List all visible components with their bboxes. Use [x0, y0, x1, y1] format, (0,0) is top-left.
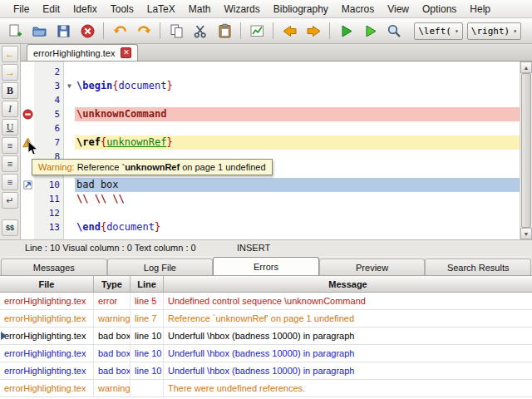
table-row[interactable]: errorHighlighting.texbad boxline 10Under…	[0, 345, 532, 362]
table-row[interactable]: errorHighlighting.texbad boxline 10Under…	[0, 362, 532, 380]
menu-item-file[interactable]: File	[7, 2, 36, 17]
line-mark-slot	[21, 206, 34, 220]
newline-button[interactable]: ↵	[2, 192, 18, 209]
new-file-button[interactable]	[4, 20, 26, 42]
back-arrow-button[interactable]	[278, 20, 300, 42]
math-dollars-button[interactable]: $$	[2, 219, 18, 236]
menu-item-help[interactable]: Help	[463, 2, 497, 17]
right-delimiter-dropdown[interactable]: \right)▾	[467, 22, 521, 40]
structure-prev-button[interactable]: ←	[2, 46, 18, 62]
redo-button[interactable]	[133, 20, 155, 42]
dropdown-label: \left(	[418, 26, 451, 37]
tab-close-icon[interactable]: ✕	[121, 47, 131, 58]
cursor-position-status: Line : 10 Visual column : 0 Text column …	[25, 240, 196, 256]
panel-tab-log-file[interactable]: Log File	[107, 259, 214, 275]
column-header-type[interactable]: Type	[94, 276, 131, 292]
code-text: \\ \\ \\	[75, 192, 520, 206]
cut-icon	[193, 23, 209, 39]
document-tab[interactable]: errorHighlighting.tex ✕	[27, 44, 138, 61]
cell-type: warning	[94, 310, 131, 327]
cell-message: Underfull \hbox (badness 10000) in parag…	[164, 345, 532, 362]
menu-item-bibliography[interactable]: Bibliography	[267, 2, 335, 17]
menu-item-idefix[interactable]: Idefix	[66, 2, 104, 17]
menu-item-math[interactable]: Math	[182, 2, 218, 17]
menu-item-edit[interactable]: Edit	[36, 2, 66, 17]
scrollbar-up-icon[interactable]: ▲	[520, 62, 532, 73]
cut-button[interactable]	[190, 20, 211, 42]
save-button[interactable]	[52, 20, 74, 42]
table-row[interactable]: errorHighlighting.texwarningline 7Refere…	[0, 310, 532, 328]
view-button[interactable]	[383, 20, 405, 42]
panel-tab-messages[interactable]: Messages	[1, 259, 107, 275]
panel-tab-errors[interactable]: Errors	[213, 257, 319, 275]
list-icon-3: ≡	[7, 177, 12, 187]
structure-next-button[interactable]: →	[2, 64, 18, 81]
panel-tab-preview[interactable]: Preview	[319, 259, 426, 275]
list-button-1[interactable]: ≡	[2, 137, 18, 154]
latex-run-button[interactable]	[359, 20, 381, 42]
table-row[interactable]: errorHighlighting.texwarningThere were u…	[0, 380, 532, 397]
scrollbar-down-icon[interactable]: ▼	[520, 228, 532, 239]
menu-item-tools[interactable]: Tools	[104, 2, 140, 17]
paste-button[interactable]	[214, 20, 235, 42]
errors-table-header: FileTypeLineMessage	[0, 276, 532, 293]
table-row[interactable]: errorHighlighting.texerrorline 5Undefine…	[0, 293, 532, 310]
scrollbar-thumb[interactable]	[521, 73, 531, 228]
left-delimiter-dropdown[interactable]: \left(▾	[414, 22, 463, 40]
list-icon-2: ≡	[7, 159, 12, 169]
fold-slot	[64, 178, 75, 192]
panel-tab-search-results[interactable]: Search Results	[425, 259, 531, 275]
errors-table-body: errorHighlighting.texerrorline 5Undefine…	[0, 293, 532, 399]
list-button-3[interactable]: ≡	[2, 174, 18, 190]
editor-line[interactable]: 6	[21, 121, 520, 135]
undo-button[interactable]	[109, 20, 131, 42]
editor-line[interactable]: 13\end{document}	[21, 220, 520, 234]
copy-button[interactable]	[165, 20, 187, 42]
close-file-button[interactable]	[76, 20, 98, 42]
code-segment: \unknownCommand	[76, 108, 166, 120]
editor-line[interactable]: 12	[21, 206, 520, 220]
undo-icon	[112, 23, 128, 39]
line-number: 5	[34, 107, 64, 121]
editor-line[interactable]: 3▼\begin{document}	[21, 79, 520, 93]
italic-button[interactable]: I	[2, 101, 18, 117]
menu-item-view[interactable]: View	[381, 2, 416, 17]
code-segment: unknownRef	[106, 136, 166, 148]
bold-icon: B	[7, 85, 13, 97]
menu-item-macros[interactable]: Macros	[335, 2, 381, 17]
chart-button[interactable]	[246, 20, 268, 42]
bold-button[interactable]: B	[2, 82, 18, 99]
line-number: 2	[34, 65, 64, 79]
list-button-2[interactable]: ≡	[2, 155, 18, 172]
quick-build-button[interactable]	[335, 20, 357, 42]
menu-item-latex[interactable]: LaTeX	[140, 2, 182, 17]
editor-line[interactable]: 2	[21, 65, 520, 79]
underline-button[interactable]: U	[2, 119, 18, 135]
column-header-message[interactable]: Message	[164, 276, 532, 292]
redo-icon	[136, 23, 152, 39]
editor-line[interactable]: 10bad box	[21, 178, 520, 192]
table-row[interactable]: errorHighlighting.texbad boxline 10Under…	[0, 328, 532, 345]
open-folder-button[interactable]	[28, 20, 50, 42]
column-header-line[interactable]: Line	[131, 276, 164, 292]
editor-scrollbar[interactable]: ▲ ▼	[520, 62, 532, 239]
editor-line[interactable]: 7\ref{unknownRef}	[21, 135, 520, 150]
menu-item-wizards[interactable]: Wizards	[217, 2, 266, 17]
editor-line[interactable]: 5\unknownCommand	[21, 107, 520, 121]
menu-item-options[interactable]: Options	[416, 2, 463, 17]
column-header-file[interactable]: File	[0, 276, 94, 292]
cell-file: errorHighlighting.tex	[0, 345, 94, 362]
editor[interactable]: 23▼\begin{document}45\unknownCommand67\r…	[21, 62, 532, 239]
editor-line[interactable]: 11\\ \\ \\	[21, 192, 520, 206]
structure-next-icon: →	[5, 66, 15, 78]
fold-slot	[64, 121, 75, 135]
cell-message: Undefined control sequence \unknownComma…	[164, 293, 532, 309]
fold-marker-icon[interactable]: ▼	[64, 79, 75, 93]
code-text	[75, 121, 520, 135]
forward-arrow-button[interactable]	[303, 20, 324, 42]
code-text	[75, 206, 520, 220]
editor-line[interactable]: 4	[21, 93, 520, 107]
tooltip-text: on page 1 undefined	[180, 162, 265, 172]
forward-arrow-icon	[306, 23, 322, 39]
toolbar-separator	[273, 22, 273, 39]
